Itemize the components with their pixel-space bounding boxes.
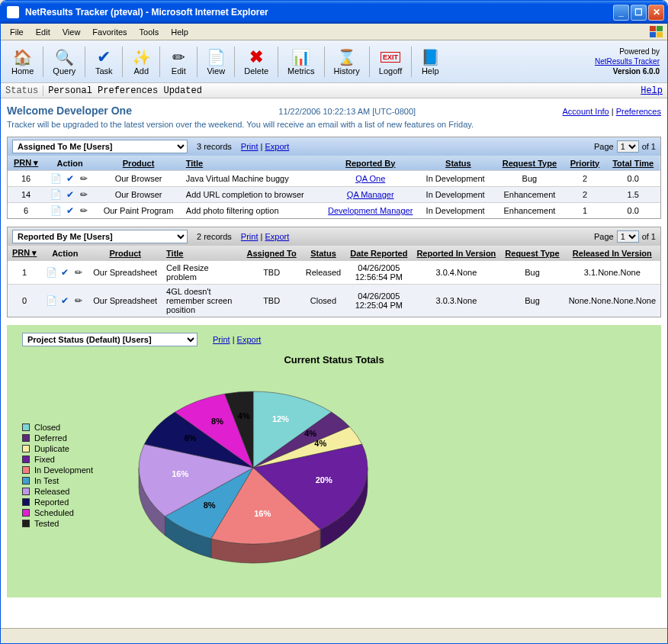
maximize-button[interactable]: ☐ — [631, 5, 647, 21]
svg-rect-1 — [657, 26, 663, 31]
account-info-link[interactable]: Account Info — [563, 107, 609, 116]
tool-delete[interactable]: ✖Delete — [236, 47, 276, 77]
menu-file[interactable]: File — [4, 26, 30, 38]
col-product[interactable]: Product — [95, 156, 181, 171]
legend-item: Duplicate — [22, 444, 93, 453]
svg-text:12%: 12% — [272, 414, 289, 423]
preferences-link[interactable]: Preferences — [616, 107, 661, 116]
reported-select[interactable]: Reported By Me [Users] — [12, 230, 188, 243]
reported-print[interactable]: Print — [241, 232, 259, 241]
svg-text:4%: 4% — [238, 411, 250, 420]
svg-text:8%: 8% — [211, 417, 223, 426]
tool-logoff[interactable]: EXITLogoff — [371, 47, 409, 77]
tool-add[interactable]: ✨Add — [124, 47, 158, 77]
tool-home[interactable]: 🏠Home — [4, 47, 41, 77]
col-status[interactable]: Status — [301, 246, 345, 261]
tool-edit[interactable]: ✏Edit — [162, 47, 195, 77]
col-total-time[interactable]: Total Time — [605, 156, 660, 171]
status-label: Status — [1, 85, 43, 96]
svg-text:8%: 8% — [204, 501, 216, 510]
tool-history[interactable]: ⌛History — [326, 47, 368, 77]
col-prn[interactable]: PRN ▾ — [8, 246, 41, 261]
check-icon[interactable]: ✔ — [65, 173, 75, 184]
col-priority[interactable]: Priority — [564, 156, 606, 171]
col-date-reported[interactable]: Date Reported — [345, 246, 412, 261]
app-icon — [7, 6, 19, 18]
view-icon[interactable]: 📄 — [51, 189, 62, 200]
minimize-button[interactable]: _ — [613, 5, 629, 21]
metrics-icon: 📊 — [292, 48, 310, 66]
col-title[interactable]: Title — [162, 246, 242, 261]
col-assigned-to[interactable]: Assigned To — [242, 246, 301, 261]
view-icon[interactable]: 📄 — [51, 173, 62, 184]
assigned-print[interactable]: Print — [241, 142, 259, 151]
menu-favorites[interactable]: Favorites — [86, 26, 133, 38]
help-icon: 📘 — [421, 48, 439, 66]
col-reported-by[interactable]: Reported By — [320, 156, 422, 171]
edit-icon[interactable]: ✏ — [79, 173, 89, 184]
col-product[interactable]: Product — [88, 246, 162, 261]
check-icon[interactable]: ✔ — [65, 205, 75, 216]
menu-tools[interactable]: Tools — [133, 26, 165, 38]
edit-icon[interactable]: ✏ — [73, 267, 84, 278]
assigned-export[interactable]: Export — [265, 142, 289, 151]
legend-item: Closed — [22, 423, 93, 432]
tool-view[interactable]: 📄View — [199, 47, 233, 77]
edit-icon[interactable]: ✏ — [73, 295, 84, 306]
menubar: File Edit View Favorites Tools Help — [1, 24, 667, 40]
chart-title: Current Status Totals — [22, 354, 646, 365]
tool-metrics[interactable]: 📊Metrics — [280, 47, 322, 77]
col-request-type[interactable]: Request Type — [495, 156, 564, 171]
titlebar: NetResults Tracker (pteval) - Microsoft … — [1, 1, 667, 24]
menu-help[interactable]: Help — [165, 26, 194, 38]
project-status-panel: Project Status (Default) [Users] Print |… — [7, 325, 661, 597]
status-bar: Status Personal Preferences Updated Help — [1, 83, 667, 98]
check-icon[interactable]: ✔ — [65, 189, 75, 200]
delete-icon: ✖ — [247, 48, 265, 66]
chart-legend: ClosedDeferredDuplicateFixedIn Developme… — [22, 421, 93, 530]
col-title[interactable]: Title — [181, 156, 320, 171]
help-link[interactable]: Help — [636, 85, 667, 96]
col-status[interactable]: Status — [422, 156, 496, 171]
check-icon[interactable]: ✔ — [59, 295, 70, 306]
reported-by-link: QA One — [355, 174, 385, 183]
powered-by-link[interactable]: NetResults Tracker — [595, 57, 660, 66]
table-row: 14📄✔✏Our BrowserAdd URL completion to br… — [8, 187, 660, 203]
tool-help[interactable]: 📘Help — [413, 47, 447, 77]
view-icon[interactable]: 📄 — [46, 267, 56, 278]
view-icon: 📄 — [207, 48, 225, 66]
reported-export[interactable]: Export — [265, 232, 289, 241]
view-icon[interactable]: 📄 — [51, 205, 62, 216]
col-prn[interactable]: PRN ▾ — [8, 156, 44, 171]
assigned-page-select[interactable]: 1 — [617, 140, 639, 153]
menu-view[interactable]: View — [56, 26, 87, 38]
close-button[interactable]: ✕ — [648, 5, 664, 21]
reported-by-link: Development Manager — [328, 206, 413, 215]
legend-item: Reported — [22, 497, 93, 507]
view-icon[interactable]: 📄 — [46, 295, 56, 306]
tool-task[interactable]: ✔Task — [87, 47, 120, 77]
col-released-in-version[interactable]: Released In Version — [564, 246, 660, 261]
assigned-select[interactable]: Assigned To Me [Users] — [12, 140, 188, 153]
col-action: Action — [41, 246, 88, 261]
project-export[interactable]: Export — [237, 335, 262, 344]
col-request-type[interactable]: Request Type — [500, 246, 564, 261]
legend-item: Fixed — [22, 455, 93, 464]
table-row: 6📄✔✏Our Paint ProgramAdd photo filtering… — [8, 203, 660, 219]
table-row: 16📄✔✏Our BrowserJava Virtual Machine bug… — [8, 171, 660, 187]
svg-rect-3 — [657, 32, 663, 37]
menu-edit[interactable]: Edit — [30, 26, 56, 38]
edit-icon[interactable]: ✏ — [79, 205, 89, 216]
pie-chart: 12%4%4%20%16%8%16%8%8%4% — [116, 369, 390, 582]
check-icon[interactable]: ✔ — [59, 267, 70, 278]
window-title: NetResults Tracker (pteval) - Microsoft … — [22, 7, 613, 18]
col-reported-in-version[interactable]: Reported In Version — [412, 246, 500, 261]
edit-icon[interactable]: ✏ — [79, 189, 89, 200]
reported-by-link: QA Manager — [347, 190, 394, 199]
project-select[interactable]: Project Status (Default) [Users] — [22, 333, 198, 346]
reported-page-select[interactable]: 1 — [617, 230, 639, 243]
svg-text:4%: 4% — [304, 429, 316, 438]
status-text: Personal Preferences Updated — [43, 85, 636, 96]
tool-query[interactable]: 🔍Query — [45, 47, 83, 77]
project-print[interactable]: Print — [213, 335, 230, 344]
